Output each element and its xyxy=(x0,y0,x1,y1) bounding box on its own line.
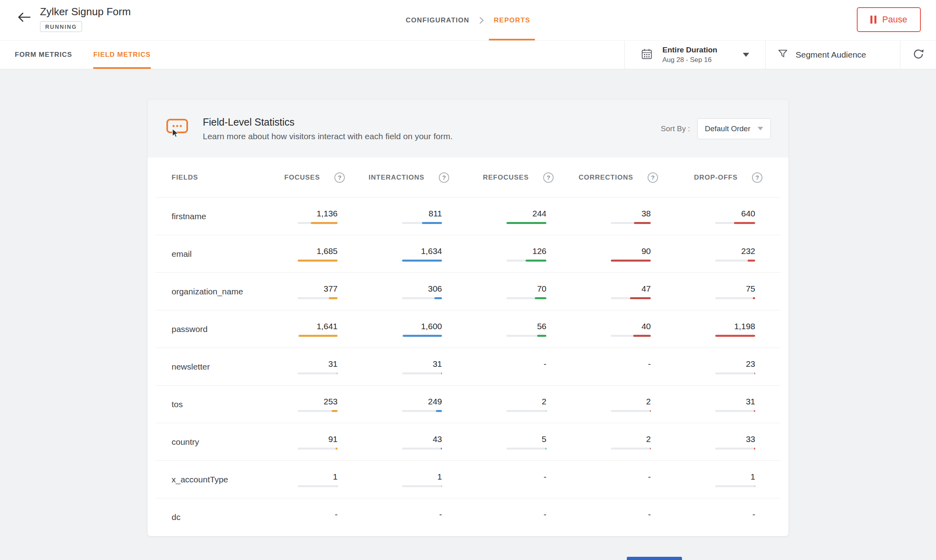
metric-bar xyxy=(611,222,651,224)
metric-cell-drop-offs: 31 xyxy=(651,397,755,412)
metric-cell-corrections: 40 xyxy=(546,322,651,337)
metric-bar xyxy=(611,410,651,412)
metric-cell-focuses: 377 xyxy=(233,284,338,299)
metric-cell-interactions: 306 xyxy=(338,284,442,299)
metric-bar xyxy=(611,448,651,450)
metric-bar xyxy=(298,335,338,337)
metric-bar xyxy=(611,297,651,299)
metric-value: - xyxy=(752,510,755,519)
metric-value: 33 xyxy=(746,434,755,444)
table-row: x_accountType11--1 xyxy=(156,461,780,498)
metric-bar xyxy=(402,448,442,450)
metric-value: 2 xyxy=(646,434,651,444)
metric-value: 31 xyxy=(746,397,755,406)
sort-value: Default Order xyxy=(705,124,750,133)
metric-cell-corrections: 2 xyxy=(546,434,651,450)
metric-cell-interactions: - xyxy=(338,510,442,525)
panel-titles: Field-Level Statistics Learn more about … xyxy=(203,116,452,141)
help-icon[interactable]: ? xyxy=(334,172,345,183)
metric-value: 38 xyxy=(642,209,651,218)
calendar-icon xyxy=(641,48,653,62)
duration-title: Entire Duration xyxy=(662,46,717,54)
metric-cell-refocuses: 70 xyxy=(442,284,546,299)
metric-value: - xyxy=(544,359,546,369)
field-name: tos xyxy=(156,400,233,409)
metric-cell-refocuses: - xyxy=(442,510,546,525)
metric-value: 306 xyxy=(428,284,442,294)
toolbar: FORM METRICS FIELD METRICS Entire Durati… xyxy=(0,41,936,69)
nav-configuration[interactable]: CONFIGURATION xyxy=(406,0,469,40)
metric-bar xyxy=(298,448,338,450)
metric-bar xyxy=(402,260,442,262)
refresh-button[interactable] xyxy=(900,41,936,69)
table-header: FIELDS FOCUSES ? INTERACTIONS ? REFOCUSE… xyxy=(156,158,780,198)
metric-cell-focuses: 31 xyxy=(233,359,338,374)
metric-bar xyxy=(298,372,338,374)
metric-bar xyxy=(402,410,442,412)
metric-value: 811 xyxy=(429,209,442,218)
metric-bar xyxy=(402,485,442,487)
pause-button[interactable]: Pause xyxy=(857,7,921,32)
metric-value: 1,198 xyxy=(734,322,755,331)
bottom-partial-widget[interactable] xyxy=(627,557,682,560)
metric-value: 5 xyxy=(542,434,546,444)
field-statistics-card: Field-Level Statistics Learn more about … xyxy=(147,99,789,536)
metric-bar xyxy=(506,335,546,337)
metric-value: 23 xyxy=(746,359,755,369)
column-header-fields: FIELDS xyxy=(156,174,233,182)
metric-value: - xyxy=(648,359,651,369)
metric-bar xyxy=(506,297,546,299)
metric-cell-corrections: 90 xyxy=(546,246,651,262)
metric-bar xyxy=(506,260,546,262)
column-header-focuses: FOCUSES ? xyxy=(240,172,345,183)
metric-bar xyxy=(715,372,755,374)
metric-value: 244 xyxy=(532,209,546,218)
table-row: country91435233 xyxy=(156,423,780,461)
metric-cell-refocuses: 244 xyxy=(442,209,546,224)
sort-order-dropdown[interactable]: Default Order xyxy=(697,118,771,139)
nav-reports[interactable]: REPORTS xyxy=(494,0,530,40)
metric-bar xyxy=(298,222,338,224)
field-name: firstname xyxy=(156,212,233,221)
table-row: organization_name377306704775 xyxy=(156,273,780,310)
metric-value: - xyxy=(648,510,651,519)
metric-bar xyxy=(715,260,755,262)
metric-cell-interactions: 811 xyxy=(338,209,442,224)
main-content: Field-Level Statistics Learn more about … xyxy=(0,69,936,560)
chevron-right-icon xyxy=(479,16,484,25)
breadcrumb: CONFIGURATION REPORTS xyxy=(406,0,530,40)
metric-value: - xyxy=(648,472,651,482)
metric-value: 1,136 xyxy=(316,209,338,218)
metric-cell-focuses: 1 xyxy=(233,472,338,487)
help-icon[interactable]: ? xyxy=(543,172,554,183)
help-icon[interactable]: ? xyxy=(752,172,762,183)
metric-value: 1 xyxy=(333,472,338,482)
page-title: Zylker Signup Form xyxy=(40,6,131,18)
tab-form-metrics[interactable]: FORM METRICS xyxy=(15,41,72,69)
tab-field-metrics[interactable]: FIELD METRICS xyxy=(93,41,150,69)
metric-bar xyxy=(715,222,755,224)
metric-cell-interactions: 1 xyxy=(338,472,442,487)
help-icon[interactable]: ? xyxy=(648,172,658,183)
metric-value: 31 xyxy=(328,359,338,369)
metric-cell-drop-offs: 1 xyxy=(651,472,755,487)
help-icon[interactable]: ? xyxy=(439,172,449,183)
metric-cell-interactions: 43 xyxy=(338,434,442,450)
field-name: country xyxy=(156,437,233,447)
table-row: firstname1,13681124438640 xyxy=(156,198,780,235)
segment-audience-button[interactable]: Segment Audience xyxy=(766,41,900,69)
column-header-corrections: CORRECTIONS ? xyxy=(554,172,658,183)
panel-subtitle: Learn more about how visitors interact w… xyxy=(203,132,452,141)
metric-value: 253 xyxy=(324,397,338,406)
metric-bar xyxy=(402,335,442,337)
metric-cell-interactions: 249 xyxy=(338,397,442,412)
date-range-picker[interactable]: Entire Duration Aug 28 - Sep 16 xyxy=(625,41,765,69)
metric-cell-focuses: 91 xyxy=(233,434,338,450)
back-button[interactable] xyxy=(18,12,31,24)
metric-cell-focuses: - xyxy=(233,510,338,525)
metric-bar xyxy=(298,485,338,487)
panel-header: Field-Level Statistics Learn more about … xyxy=(148,100,788,158)
metric-bar xyxy=(402,222,442,224)
metric-cell-refocuses: - xyxy=(442,359,546,374)
metric-cell-corrections: - xyxy=(546,472,651,487)
